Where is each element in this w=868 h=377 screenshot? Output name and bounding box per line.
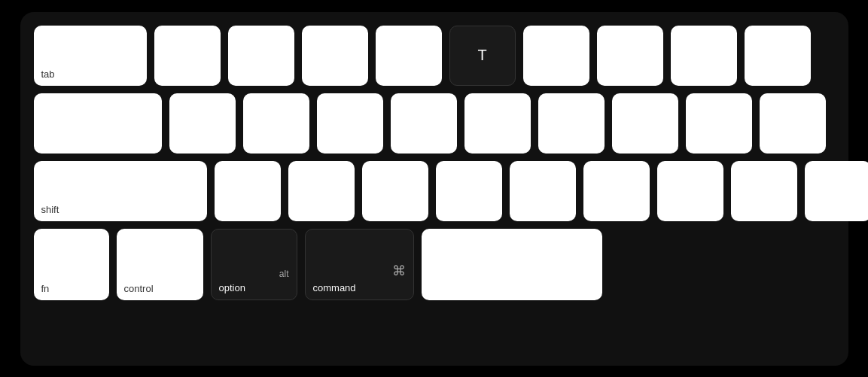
key-s[interactable] bbox=[243, 93, 309, 154]
key-shift[interactable]: shift bbox=[34, 161, 207, 221]
key-g[interactable] bbox=[464, 93, 531, 154]
key-k[interactable] bbox=[686, 93, 752, 154]
key-alt-top: alt bbox=[279, 269, 289, 279]
key-space[interactable] bbox=[422, 229, 602, 300]
key-alt-option[interactable]: alt option bbox=[211, 229, 297, 300]
key-command-label: command bbox=[313, 282, 406, 293]
keyboard-row-3: shift bbox=[34, 161, 835, 221]
keyboard: tab T shift bbox=[20, 12, 848, 366]
key-h[interactable] bbox=[538, 93, 605, 154]
key-n[interactable] bbox=[583, 161, 650, 221]
key-m[interactable] bbox=[657, 161, 723, 221]
key-t-label: T bbox=[477, 47, 486, 64]
key-e[interactable] bbox=[302, 26, 368, 86]
key-t[interactable]: T bbox=[449, 26, 516, 86]
keyboard-row-2 bbox=[34, 93, 835, 154]
key-command[interactable]: ⌘ command bbox=[305, 229, 414, 300]
key-w[interactable] bbox=[228, 26, 294, 86]
keyboard-row-1: tab T bbox=[34, 26, 835, 86]
key-o[interactable] bbox=[745, 26, 811, 86]
key-i[interactable] bbox=[671, 26, 737, 86]
key-a[interactable] bbox=[169, 93, 236, 154]
key-f[interactable] bbox=[391, 93, 457, 154]
key-v[interactable] bbox=[436, 161, 502, 221]
key-comma[interactable] bbox=[731, 161, 797, 221]
key-l[interactable] bbox=[760, 93, 826, 154]
key-control-label: control bbox=[124, 283, 196, 294]
key-shift-label: shift bbox=[41, 204, 199, 215]
key-fn-label: fn bbox=[41, 283, 102, 294]
key-tab-label: tab bbox=[41, 68, 139, 80]
key-alt-label: option bbox=[219, 282, 289, 293]
key-tab[interactable]: tab bbox=[34, 26, 147, 86]
key-period[interactable] bbox=[805, 161, 869, 221]
key-caps[interactable] bbox=[34, 93, 162, 154]
key-r[interactable] bbox=[376, 26, 442, 86]
key-q[interactable] bbox=[154, 26, 221, 86]
key-y[interactable] bbox=[523, 26, 589, 86]
key-x[interactable] bbox=[288, 161, 355, 221]
key-command-top: ⌘ bbox=[392, 263, 406, 279]
key-z[interactable] bbox=[215, 161, 281, 221]
key-j[interactable] bbox=[612, 93, 678, 154]
key-b[interactable] bbox=[510, 161, 576, 221]
key-c[interactable] bbox=[362, 161, 428, 221]
keyboard-row-4: fn control alt option ⌘ command bbox=[34, 229, 835, 300]
key-fn[interactable]: fn bbox=[34, 229, 109, 300]
key-control[interactable]: control bbox=[117, 229, 203, 300]
key-u[interactable] bbox=[597, 26, 663, 86]
key-d[interactable] bbox=[317, 93, 383, 154]
